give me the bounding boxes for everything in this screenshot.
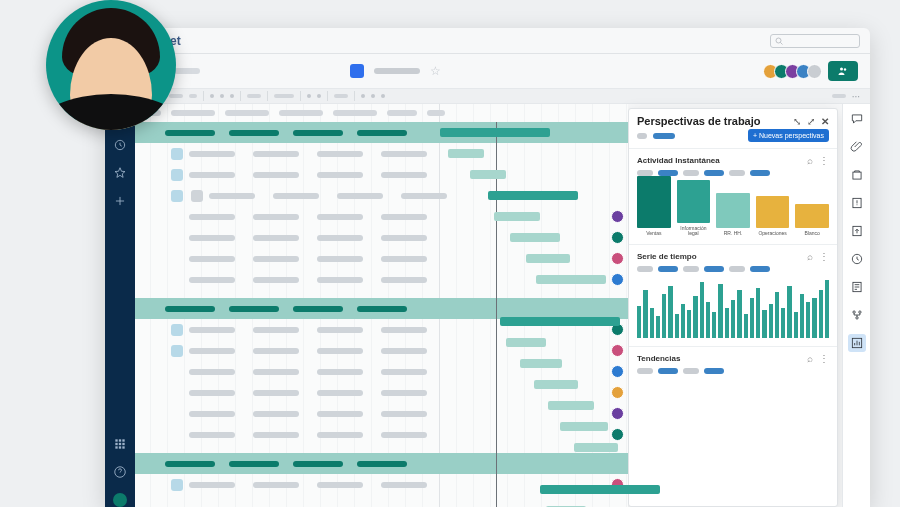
filter-pill[interactable]: [637, 133, 647, 139]
panel-title: Perspectivas de trabajo: [637, 115, 761, 127]
search-input[interactable]: [770, 34, 860, 48]
timeseries-card: Serie de tiempo ⌕⋮: [629, 244, 837, 346]
close-icon[interactable]: ✕: [821, 116, 829, 127]
sheet-title[interactable]: [374, 68, 420, 74]
filter-icon[interactable]: ⌕: [807, 155, 813, 166]
toolbar-button[interactable]: [169, 94, 183, 98]
collapse-icon[interactable]: ⤡: [793, 116, 801, 127]
panel-filter-row: + Nuevas perspectivas: [629, 129, 837, 148]
gantt-bar[interactable]: [540, 485, 660, 494]
people-icon: [837, 65, 849, 77]
toolbar-button[interactable]: [307, 94, 311, 98]
toolbar-button[interactable]: [381, 94, 385, 98]
comment-icon[interactable]: [171, 169, 183, 181]
gantt-bar[interactable]: [500, 317, 620, 326]
comment-icon[interactable]: [171, 479, 183, 491]
gantt-bar[interactable]: [574, 443, 618, 452]
search-icon: [775, 37, 783, 45]
toolbar-button[interactable]: [247, 94, 261, 98]
snapshot-card: Actividad Instantánea ⌕⋮ VentasInformaci…: [629, 148, 837, 244]
collaborator-avatars[interactable]: [767, 64, 822, 79]
sheet-toolbar: ···: [105, 88, 870, 104]
filter-pill[interactable]: [653, 133, 675, 139]
create-new-icon[interactable]: [113, 194, 127, 208]
breadcrumb[interactable]: [174, 68, 200, 74]
gantt-bar[interactable]: [520, 359, 562, 368]
svg-rect-7: [115, 439, 117, 441]
svg-rect-14: [119, 446, 121, 448]
recents-icon[interactable]: [113, 138, 127, 152]
snapshot-bar-chart: VentasInformación legalRR. HH.Operacione…: [637, 182, 829, 236]
svg-rect-13: [115, 446, 117, 448]
profile-photo: [46, 0, 176, 130]
help-icon[interactable]: [113, 465, 127, 479]
attachment-icon[interactable]: [191, 190, 203, 202]
gantt-bar[interactable]: [494, 212, 540, 221]
toolbar-button[interactable]: [832, 94, 846, 98]
toolbar-button[interactable]: [274, 94, 294, 98]
summary-icon[interactable]: [848, 278, 866, 296]
bar-label: Operaciones: [758, 231, 786, 236]
sheet-header: › ☆: [105, 54, 870, 88]
comment-icon[interactable]: [171, 324, 183, 336]
avatar[interactable]: [807, 64, 822, 79]
gantt-bar[interactable]: [440, 128, 550, 137]
publish-icon[interactable]: [848, 222, 866, 240]
menu-icon[interactable]: ⋮: [819, 155, 829, 166]
comment-icon[interactable]: [171, 190, 183, 202]
apps-grid-icon[interactable]: [113, 437, 127, 451]
work-insights-icon[interactable]: [848, 334, 866, 352]
right-rail: [842, 104, 870, 507]
svg-point-2: [840, 68, 843, 71]
favorite-star-icon[interactable]: ☆: [430, 64, 441, 78]
account-avatar-icon[interactable]: [113, 493, 127, 507]
menu-icon[interactable]: ⋮: [819, 251, 829, 262]
gantt-bar[interactable]: [526, 254, 570, 263]
gantt-bar[interactable]: [510, 233, 560, 242]
filter-icon[interactable]: ⌕: [807, 251, 813, 262]
svg-rect-11: [119, 443, 121, 445]
svg-point-26: [852, 311, 854, 313]
gantt-bar[interactable]: [506, 338, 546, 347]
toolbar-button[interactable]: [361, 94, 365, 98]
menu-icon[interactable]: ⋮: [819, 353, 829, 364]
bar-label: Información legal: [677, 226, 711, 236]
global-nav: [105, 104, 135, 507]
toolbar-button[interactable]: [189, 94, 197, 98]
gantt-bar[interactable]: [534, 380, 578, 389]
sheet-grid[interactable]: [135, 104, 628, 507]
filter-icon[interactable]: ⌕: [807, 353, 813, 364]
svg-point-28: [855, 317, 857, 319]
toolbar-button[interactable]: [230, 94, 234, 98]
favorites-icon[interactable]: [113, 166, 127, 180]
svg-point-3: [844, 68, 846, 70]
gantt-bar[interactable]: [470, 170, 506, 179]
gantt-bar[interactable]: [560, 422, 608, 431]
svg-line-1: [781, 42, 783, 44]
gantt-bar[interactable]: [536, 275, 606, 284]
comment-icon[interactable]: [171, 148, 183, 160]
trends-card: Tendencias ⌕⋮: [629, 346, 837, 382]
toolbar-button[interactable]: [210, 94, 214, 98]
proofs-icon[interactable]: [848, 166, 866, 184]
conversations-icon[interactable]: [848, 110, 866, 128]
bar-label: Blanco: [805, 231, 820, 236]
toolbar-button[interactable]: [317, 94, 321, 98]
gantt-bar[interactable]: [548, 401, 594, 410]
activity-log-icon[interactable]: [848, 250, 866, 268]
svg-rect-15: [122, 446, 124, 448]
overflow-icon[interactable]: ···: [852, 91, 860, 102]
expand-icon[interactable]: ⤢: [807, 116, 815, 127]
toolbar-button[interactable]: [220, 94, 224, 98]
automations-icon[interactable]: [848, 306, 866, 324]
today-line: [496, 122, 497, 507]
update-requests-icon[interactable]: [848, 194, 866, 212]
comment-icon[interactable]: [171, 345, 183, 357]
share-button[interactable]: [828, 61, 858, 81]
toolbar-button[interactable]: [334, 94, 348, 98]
new-insight-button[interactable]: + Nuevas perspectivas: [748, 129, 829, 142]
gantt-bar[interactable]: [448, 149, 484, 158]
gantt-bar[interactable]: [488, 191, 578, 200]
attachments-icon[interactable]: [848, 138, 866, 156]
toolbar-button[interactable]: [371, 94, 375, 98]
